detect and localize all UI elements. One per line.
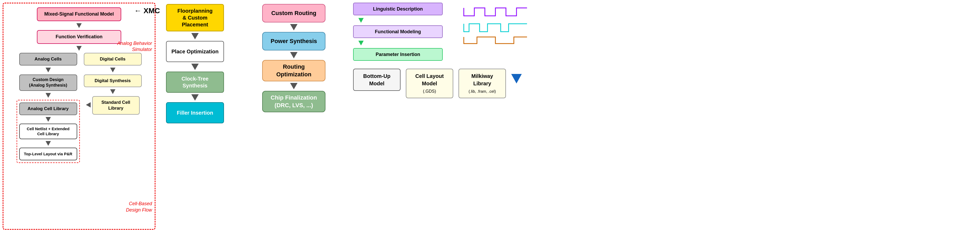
filler-insertion-box: Filler Insertion [166,102,224,123]
spacer-2 [337,3,348,231]
milkiway-library-box: MilkiwayLibrary(.lib, .fram, .cel) [458,69,506,98]
custom-design-box: Custom Design(Analog Synthesis) [19,74,77,91]
arrow-down-5 [46,117,51,122]
cr-arrow-3 [290,83,298,89]
fp-arrow-1 [191,33,199,39]
parameter-insertion-box: Parameter Insertion [353,48,443,61]
standard-cell-library-box: Standard CellLibrary [92,96,140,115]
chip-finalization-box: Chip Finalization(DRC, LVS, ...) [262,91,325,112]
arrow-down-4 [46,93,51,98]
spacer-1 [234,3,250,231]
arrow-down-7 [110,67,115,72]
cr-arrow-2 [290,52,298,58]
linguistic-panel: Linguistic Description Functional Modeli… [353,3,453,61]
fp-arrow-2 [191,64,199,70]
digital-column: Digital Cells Digital Synthesis Standard… [84,53,142,163]
custom-routing-box: Custom Routing [262,4,325,22]
right-top: Linguistic Description Functional Modeli… [353,3,977,61]
analog-cells-box: Analog Cells [19,53,77,66]
arrow-down-2 [76,46,82,51]
blue-arrow-container [511,69,522,86]
inner-dashed-section: Analog Cell Library Cell Netlist + Exten… [17,100,80,163]
main-container: ← XMC Analog BehaviorSimulator Mixed-Sig… [0,0,980,234]
xmc-label: ← XMC [134,6,160,15]
clock-tree-box: Clock-TreeSynthesis [166,72,224,93]
waveform-svg [461,3,535,45]
functional-modeling-box: Functional Modeling [353,26,443,38]
waveform-area [461,3,540,45]
analog-column: Analog Cells Custom Design(Analog Synthe… [17,53,80,163]
scl-row: Standard CellLibrary [86,96,140,115]
arrow-left-1 [86,102,91,107]
routing-optimization-box: Routing Optimization [262,60,325,81]
digital-cells-box: Digital Cells [84,53,142,66]
right-section: Linguistic Description Functional Modeli… [353,3,977,231]
two-col-section: Analog Cells Custom Design(Analog Synthe… [7,53,151,163]
custom-routing-panel: Custom Routing Power Synthesis Routing O… [256,3,332,231]
top-level-layout-box: Top-Level Layout via P&R [19,147,77,160]
blue-arrow-down [511,74,522,83]
cr-arrow-1 [290,24,298,30]
arrow-down-8 [110,89,115,94]
left-panel: ← XMC Analog BehaviorSimulator Mixed-Sig… [3,3,156,230]
analog-cell-library-box: Analog Cell Library [19,103,77,115]
waveform-purple [464,8,527,16]
power-synthesis-box: Power Synthesis [262,32,325,50]
mixed-signal-box: Mixed-Signal Functional Model [37,7,121,21]
right-bottom: Bottom-UpModel Cell LayoutModel(.GDS) Mi… [353,69,977,98]
fp-arrow-3 [191,94,199,101]
arrow-down-3 [46,67,51,72]
arrow-down-6 [46,141,51,146]
cell-layout-model-box: Cell LayoutModel(.GDS) [406,69,453,98]
floorplan-box: Floorplanning& Custom Placement [166,4,224,31]
linguistic-description-box: Linguistic Description [353,3,443,15]
cell-based-label: Cell-BasedDesign Flow [126,201,152,213]
green-arrow-2 [358,41,364,45]
arrow-down-1 [76,23,82,28]
green-arrow-1 [358,18,364,23]
waveform-teal [464,24,527,32]
place-optimization-box: Place Optimization [166,41,224,62]
function-verification-box: Function Verification [37,30,121,44]
waveform-orange [464,37,527,43]
digital-synthesis-box: Digital Synthesis [84,74,142,87]
floorplan-panel: Floorplanning& Custom Placement Place Op… [161,3,229,231]
bottom-up-model-box: Bottom-UpModel [353,69,401,91]
cell-netlist-box: Cell Netlist + Extended Cell Library [19,123,77,139]
analog-behavior-label: Analog BehaviorSimulator [117,40,152,53]
